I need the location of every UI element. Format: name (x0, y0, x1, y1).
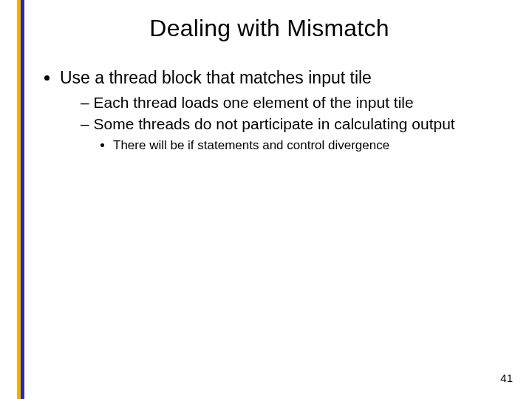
slide-content: Dealing with Mismatch Use a thread block… (24, 0, 532, 399)
bullet-subsublist: There will be if statements and control … (81, 137, 514, 154)
bullet-l1: Use a thread block that matches input ti… (60, 67, 514, 154)
page-number: 41 (500, 372, 513, 384)
bullet-l2: Some threads do not participate in calcu… (81, 115, 514, 154)
bullet-sublist: Each thread loads one element of the inp… (60, 93, 514, 154)
bullet-l2-text: Each thread loads one element of the inp… (94, 94, 414, 111)
bullet-l1-text: Use a thread block that matches input ti… (60, 68, 372, 87)
bullet-l3-text: There will be if statements and control … (113, 138, 389, 152)
slide-title: Dealing with Mismatch (24, 15, 514, 42)
bullet-l2: Each thread loads one element of the inp… (81, 93, 514, 113)
bullet-l3: There will be if statements and control … (113, 137, 514, 154)
bullet-l2-text: Some threads do not participate in calcu… (94, 115, 455, 132)
bullet-list: Use a thread block that matches input ti… (24, 67, 514, 154)
